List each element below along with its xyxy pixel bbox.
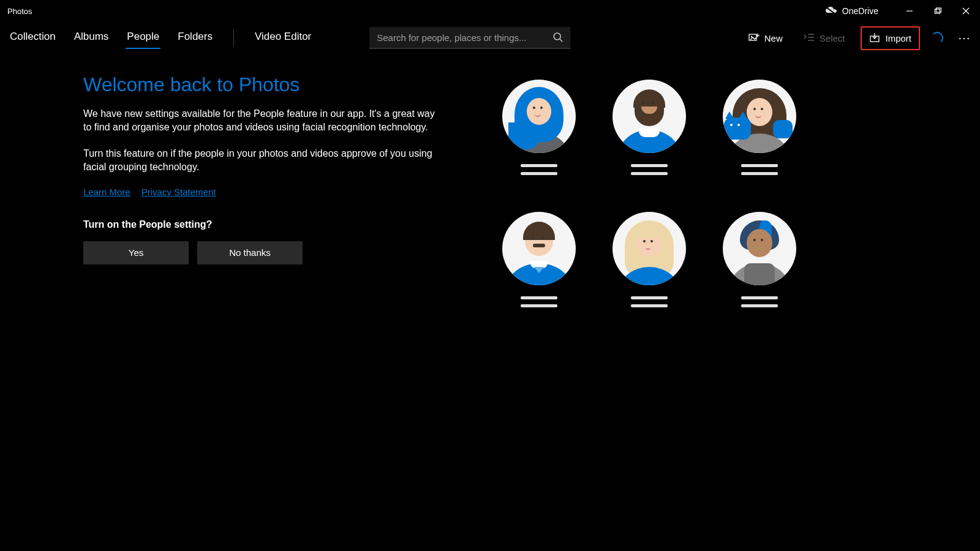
avatar-placeholder-lines: [521, 296, 557, 307]
avatar-illustration: [612, 212, 686, 285]
svg-point-9: [750, 36, 752, 37]
search-input[interactable]: [369, 32, 546, 43]
close-button[interactable]: [952, 0, 980, 22]
tab-collection[interactable]: Collection: [9, 27, 57, 49]
people-avatars-grid: [484, 80, 815, 344]
import-icon: [869, 32, 880, 44]
avatar-placeholder-lines: [521, 164, 557, 175]
nav-divider: [233, 29, 234, 47]
cloud-off-icon: [825, 6, 837, 17]
maximize-button[interactable]: [924, 0, 952, 22]
search-box[interactable]: [369, 27, 570, 49]
select-icon: [804, 33, 815, 43]
welcome-links: Learn More Privacy Statement: [83, 187, 451, 197]
avatar-illustration: [502, 80, 576, 153]
app-title: Photos: [7, 7, 32, 16]
onedrive-label: OneDrive: [842, 6, 878, 16]
avatar-illustration: [723, 212, 796, 285]
tab-folders[interactable]: Folders: [176, 27, 214, 49]
avatar-cell: [484, 212, 594, 344]
prompt-buttons: Yes No thanks: [83, 241, 451, 264]
toolbar: Collection Albums People Folders Video E…: [0, 22, 980, 54]
avatar-cell: [484, 80, 594, 212]
tab-video-editor[interactable]: Video Editor: [254, 27, 312, 49]
import-label: Import: [885, 33, 911, 43]
svg-point-6: [554, 33, 560, 40]
avatar-placeholder-lines: [631, 296, 668, 307]
welcome-text-1: We have new settings available for the P…: [83, 107, 435, 135]
learn-more-link[interactable]: Learn More: [83, 187, 130, 197]
minimize-button[interactable]: [895, 0, 924, 22]
avatar-illustration: [612, 80, 686, 153]
avatar-illustration: [502, 212, 576, 285]
svg-rect-2: [935, 9, 940, 13]
tab-people[interactable]: People: [126, 27, 160, 49]
avatar-cell: [704, 80, 815, 212]
svg-rect-3: [937, 8, 941, 12]
new-button[interactable]: New: [744, 29, 788, 48]
welcome-title: Welcome back to Photos: [83, 73, 451, 96]
nav-tabs: Collection Albums People Folders Video E…: [9, 27, 312, 49]
select-label: Select: [820, 33, 845, 43]
people-setting-prompt: Turn on the People setting?: [83, 219, 451, 230]
toolbar-right: New Select Import ⋯: [744, 22, 975, 54]
onedrive-status[interactable]: OneDrive: [825, 6, 878, 17]
privacy-statement-link[interactable]: Privacy Statement: [141, 187, 216, 197]
search-icon[interactable]: [546, 32, 570, 43]
avatar-placeholder-lines: [631, 164, 668, 175]
avatar-illustration: [723, 80, 796, 153]
welcome-text-2: Turn this feature on if the people in yo…: [83, 147, 435, 174]
import-button[interactable]: Import: [861, 26, 920, 50]
avatar-cell: [594, 212, 704, 344]
welcome-panel: Welcome back to Photos We have new setti…: [83, 73, 451, 264]
new-icon: [748, 32, 760, 44]
tab-albums[interactable]: Albums: [73, 27, 110, 49]
avatar-placeholder-lines: [741, 164, 778, 175]
loading-spinner-icon: [931, 32, 943, 44]
avatar-placeholder-lines: [741, 296, 778, 307]
more-button[interactable]: ⋯: [954, 31, 975, 45]
svg-line-7: [560, 39, 562, 42]
new-label: New: [764, 33, 783, 43]
avatar-cell: [704, 212, 815, 344]
select-button: Select: [799, 29, 850, 47]
yes-button[interactable]: Yes: [83, 241, 189, 264]
avatar-cell: [594, 80, 704, 212]
no-thanks-button[interactable]: No thanks: [197, 241, 303, 264]
titlebar: Photos OneDrive: [0, 0, 980, 22]
titlebar-buttons: OneDrive: [825, 0, 980, 22]
